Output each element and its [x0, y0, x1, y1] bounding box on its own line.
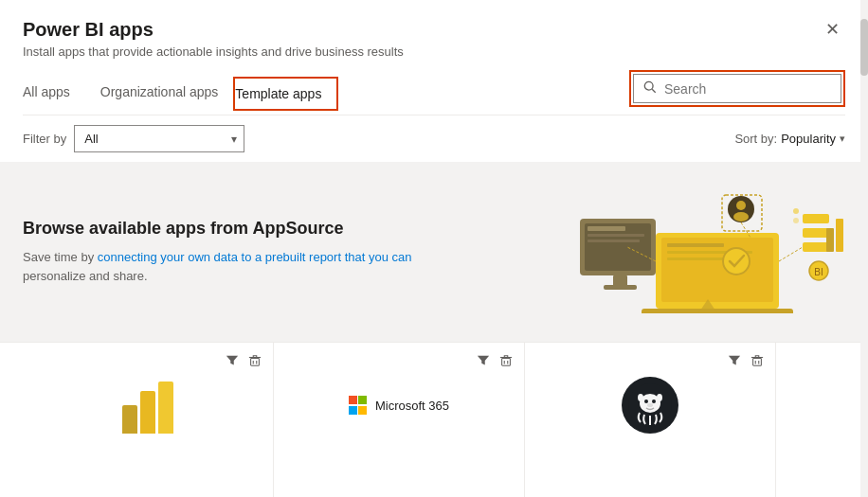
search-input[interactable] [664, 81, 831, 97]
svg-rect-8 [642, 309, 793, 313]
ms-green-cell [358, 396, 367, 404]
app-card-microsoft365: Microsoft 365 [274, 343, 525, 497]
bar2 [140, 391, 155, 434]
sort-chevron-icon[interactable]: ▾ [840, 133, 845, 145]
svg-rect-12 [588, 234, 644, 237]
sort-label: Sort by: [734, 132, 777, 146]
tabs-container: All apps Organizational apps Template ap… [23, 77, 338, 108]
svg-point-45 [657, 394, 662, 401]
scrollbar[interactable] [860, 0, 868, 497]
ms-yellow-cell [358, 406, 367, 415]
modal-header: Power BI apps ✕ Install apps that provid… [0, 0, 868, 115]
apps-grid: Microsoft 365 [0, 342, 868, 497]
svg-rect-22 [803, 242, 829, 252]
filter-group: Filter by All Analytics Finance Marketin… [23, 125, 244, 152]
svg-point-24 [793, 218, 799, 223]
tab-template-apps[interactable]: Template apps [235, 79, 336, 109]
app-logo-powerbi [38, 367, 258, 443]
modal-title: Power BI apps [23, 19, 154, 41]
svg-rect-20 [803, 214, 829, 223]
svg-rect-21 [803, 228, 829, 238]
svg-point-46 [644, 399, 648, 403]
svg-rect-4 [667, 243, 724, 247]
svg-rect-36 [502, 358, 511, 365]
svg-point-17 [736, 201, 746, 210]
filter-app-icon-ms365[interactable] [475, 352, 492, 372]
app-card-powerbi [23, 343, 274, 497]
delete-app-icon-github[interactable] [749, 352, 766, 372]
filter-label: Filter by [23, 132, 66, 146]
svg-point-18 [733, 212, 749, 222]
svg-line-30 [779, 247, 803, 261]
svg-text:BI: BI [814, 267, 823, 277]
card-actions [224, 352, 263, 372]
ms365-logo-group: Microsoft 365 [349, 396, 449, 415]
tabs-search-row: All apps Organizational apps Template ap… [23, 70, 845, 115]
bar3 [158, 382, 173, 434]
github-octocat-icon [622, 377, 678, 434]
search-wrapper [629, 70, 845, 107]
filter-select[interactable]: All Analytics Finance Marketing Operatio… [74, 125, 244, 152]
banner-desc: Save time by connecting your own data to… [23, 248, 421, 285]
title-row: Power BI apps ✕ [23, 19, 845, 41]
svg-rect-26 [826, 228, 834, 252]
svg-point-7 [723, 248, 750, 275]
delete-app-icon-ms365[interactable] [497, 352, 515, 372]
svg-point-23 [793, 208, 799, 214]
modal-subtitle: Install apps that provide actionable ins… [23, 44, 845, 59]
svg-point-44 [638, 394, 643, 401]
svg-rect-13 [588, 240, 640, 242]
svg-point-0 [644, 81, 653, 90]
svg-rect-39 [753, 358, 762, 365]
app-logo-ms365: Microsoft 365 [289, 367, 509, 443]
scrollbar-thumb[interactable] [860, 19, 868, 76]
svg-rect-11 [588, 226, 625, 231]
bar1 [122, 405, 137, 434]
card-actions-ms365 [475, 352, 515, 372]
search-box [633, 74, 841, 103]
banner: Browse available apps from AppSource Sav… [0, 162, 868, 342]
banner-link[interactable]: connecting your own data to a prebuilt r… [98, 250, 412, 264]
delete-app-icon[interactable] [246, 352, 263, 372]
tab-org-apps[interactable]: Organizational apps [85, 77, 234, 109]
ms365-name: Microsoft 365 [375, 399, 449, 413]
tab-all-apps[interactable]: All apps [23, 77, 85, 109]
banner-heading: Browse available apps from AppSource [23, 219, 421, 239]
app-logo-github [540, 367, 760, 443]
svg-line-1 [652, 89, 656, 93]
ms-red-cell [349, 396, 357, 404]
search-icon [643, 80, 657, 97]
ms-blue-cell [349, 406, 357, 415]
filters-row: Filter by All Analytics Finance Marketin… [0, 115, 868, 162]
svg-rect-3 [661, 238, 773, 302]
filter-app-icon-github[interactable] [726, 352, 743, 372]
banner-text: Browse available apps from AppSource Sav… [23, 219, 421, 285]
close-button[interactable]: ✕ [820, 19, 845, 40]
app-card-github [525, 343, 776, 497]
filter-app-icon[interactable] [224, 352, 241, 372]
illustration-svg: BI [561, 190, 845, 313]
powerbi-bars-icon [122, 377, 173, 434]
filter-select-wrapper: All Analytics Finance Marketing Operatio… [74, 125, 244, 152]
card-actions-github [726, 352, 766, 372]
banner-illustration: BI [561, 190, 845, 313]
svg-point-48 [647, 403, 653, 407]
svg-rect-25 [836, 219, 843, 252]
svg-rect-15 [604, 285, 637, 290]
sort-value[interactable]: Popularity [781, 132, 836, 146]
svg-point-47 [652, 399, 656, 403]
ms-logo-grid [349, 396, 368, 415]
power-bi-apps-modal: Power BI apps ✕ Install apps that provid… [0, 0, 868, 497]
svg-rect-33 [251, 358, 260, 365]
sort-group: Sort by: Popularity ▾ [734, 132, 845, 146]
